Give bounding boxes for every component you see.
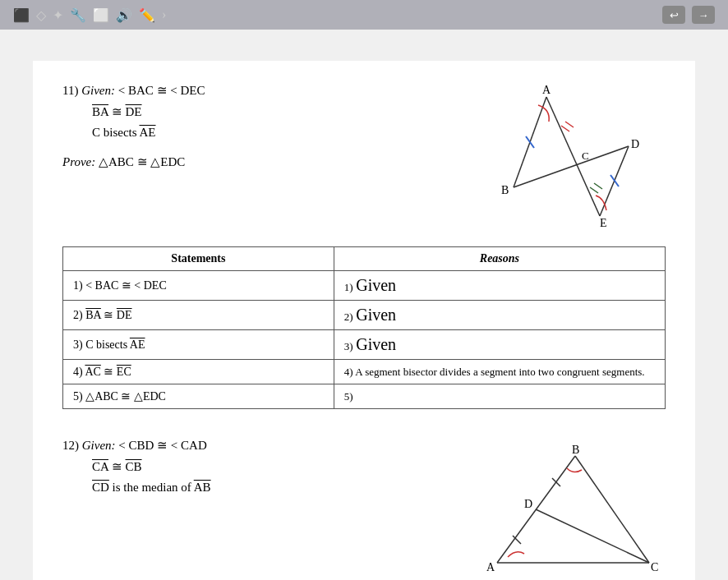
svg-line-0	[546, 97, 600, 216]
problem-11-given-line3: C bisects AE	[92, 122, 205, 144]
problem-12-congruent2: ≅	[112, 460, 126, 473]
label-b: B	[501, 184, 509, 196]
svg-line-11	[575, 456, 649, 563]
statement-2: 2) BA ≅ DE	[63, 301, 334, 330]
problem-11-de: DE	[126, 105, 142, 118]
stmt4-ec: EC	[117, 366, 131, 378]
svg-line-9	[594, 183, 602, 189]
toolbar-icon-2: ◇	[36, 7, 46, 23]
nav-back-button[interactable]: ↩	[662, 6, 685, 24]
problem-11-prove-label: Prove:	[62, 155, 99, 168]
nav-forward-button[interactable]: →	[692, 6, 715, 24]
table-row: 4) AC ≅ EC 4) A segment bisector divides…	[63, 360, 666, 384]
problem-11-given1: < BAC ≅ < DEC	[118, 84, 205, 97]
problem-11-congruent2: ≅	[112, 105, 126, 118]
stmt2-congruent: ≅	[101, 309, 117, 321]
label-d: D	[631, 138, 639, 150]
problem-11-number: 11)	[62, 84, 78, 97]
table-row: 3) C bisects AE 3) Given	[63, 330, 666, 360]
statement-4: 4) AC ≅ EC	[63, 360, 334, 384]
statement-5: 5) △ABC ≅ △EDC	[63, 384, 334, 409]
label-d-12: D	[524, 498, 532, 510]
problem-11-ae: AE	[140, 126, 156, 139]
problem-12-given-label: Given:	[82, 439, 119, 452]
toolbar-icon-chevron: ›	[162, 7, 166, 22]
reason-1-text: Given	[356, 276, 396, 294]
reason-4: 4) A segment bisector divides a segment …	[334, 360, 665, 384]
problem-11-prove-line: Prove: △ABC ≅ △EDC	[62, 152, 205, 173]
statements-header: Statements	[63, 247, 334, 271]
reason-1: 1) Given	[334, 271, 665, 301]
problem-12-ca: CA	[92, 460, 108, 473]
problem-11-given-line1: 11) Given: < BAC ≅ < DEC	[62, 81, 205, 102]
stmt3-pre: 3) C bisects	[73, 338, 130, 351]
reason-5: 5)	[334, 384, 665, 409]
problem-12-given1: < CBD ≅ < CAD	[118, 439, 206, 452]
reason-4-text: 4) A segment bisector divides a segment …	[344, 366, 645, 378]
stmt2-pre: 2)	[73, 309, 85, 321]
svg-line-8	[590, 187, 598, 193]
problem-12-given-line1: 12) Given: < CBD ≅ < CAD	[62, 435, 211, 457]
diagram-12: B A C D	[485, 435, 666, 578]
problem-12-median-text: is the median of	[113, 481, 194, 494]
problem-12-cd: CD	[92, 481, 109, 494]
svg-line-13	[536, 509, 649, 563]
statement-1: 1) < BAC ≅ < DEC	[63, 271, 334, 301]
table-row: 1) < BAC ≅ < DEC 1) Given	[63, 271, 666, 301]
toolbar-icon-4: 🔧	[70, 7, 86, 23]
problem-11-prove: △ABC ≅ △EDC	[99, 155, 185, 168]
content-area: 11) Given: < BAC ≅ < DEC BA ≅ DE C bisec…	[33, 61, 695, 580]
stmt4-congruent: ≅	[101, 366, 117, 378]
proof-table: Statements Reasons 1) < BAC ≅ < DEC 1) G…	[62, 246, 666, 409]
stmt3-ae: AE	[130, 338, 145, 351]
problem-11-given-line2: BA ≅ DE	[92, 102, 205, 123]
svg-line-5	[611, 175, 619, 186]
toolbar-icon-7: ✏️	[139, 7, 155, 23]
stmt5-text: 5) △ABC ≅ △EDC	[73, 390, 166, 403]
problem-12-given-line3: CD is the median of AB	[92, 477, 211, 499]
svg-line-6	[561, 126, 569, 131]
problem-12-ab: AB	[194, 481, 211, 494]
toolbar-icon-5: ⬜	[93, 7, 109, 23]
problem-12-section: 12) Given: < CBD ≅ < CAD CA ≅ CB CD is t…	[62, 435, 666, 578]
stmt2-de: DE	[117, 309, 132, 321]
reason-3-text: Given	[356, 335, 396, 353]
reason-2-text: Given	[356, 306, 396, 324]
svg-line-7	[565, 122, 574, 127]
toolbar-right: ↩ →	[662, 6, 715, 24]
statement-3: 3) C bisects AE	[63, 330, 334, 360]
table-row: 2) BA ≅ DE 2) Given	[63, 301, 666, 330]
toolbar-icon-3: ✦	[53, 7, 63, 23]
toolbar-icon-6: 🔊	[116, 7, 132, 23]
problem-12-number: 12)	[62, 439, 79, 452]
label-a-12: A	[486, 561, 495, 573]
svg-line-4	[526, 136, 534, 148]
problem-12-cb: CB	[126, 460, 142, 473]
stmt4-pre: 4)	[73, 366, 85, 378]
problem-11-ba: BA	[92, 105, 108, 118]
problem-11-section: 11) Given: < BAC ≅ < DEC BA ≅ DE C bisec…	[62, 81, 666, 232]
problem-11-given-label: Given:	[81, 84, 118, 97]
label-a: A	[542, 84, 551, 96]
page: ⬛ ◇ ✦ 🔧 ⬜ 🔊 ✏️ › ↩ → 11) Given: < BAC ≅ …	[0, 0, 728, 580]
reason-3: 3) Given	[334, 330, 665, 360]
reason-2: 2) Given	[334, 301, 665, 330]
label-c-12: C	[651, 561, 658, 573]
toolbar-icons: ⬛ ◇ ✦ 🔧 ⬜ 🔊 ✏️ ›	[13, 7, 166, 23]
toolbar-icon-1: ⬛	[13, 7, 30, 23]
problem-11-text: 11) Given: < BAC ≅ < DEC BA ≅ DE C bisec…	[62, 81, 205, 173]
label-c: C	[582, 150, 589, 162]
stmt4-ac: AC	[85, 366, 100, 378]
diagram-11: A B C D E	[485, 81, 666, 232]
top-bar: ⬛ ◇ ✦ 🔧 ⬜ 🔊 ✏️ › ↩ →	[0, 0, 728, 30]
label-e: E	[600, 217, 607, 228]
problem-12-given-line2: CA ≅ CB	[92, 457, 211, 478]
problem-11-cbisects: C bisects	[92, 126, 140, 139]
stmt2-ba: BA	[85, 309, 101, 321]
label-b-12: B	[572, 444, 579, 456]
problem-12-text: 12) Given: < CBD ≅ < CAD CA ≅ CB CD is t…	[62, 435, 211, 499]
table-row: 5) △ABC ≅ △EDC 5)	[63, 384, 666, 409]
reasons-header: Reasons	[334, 247, 665, 271]
